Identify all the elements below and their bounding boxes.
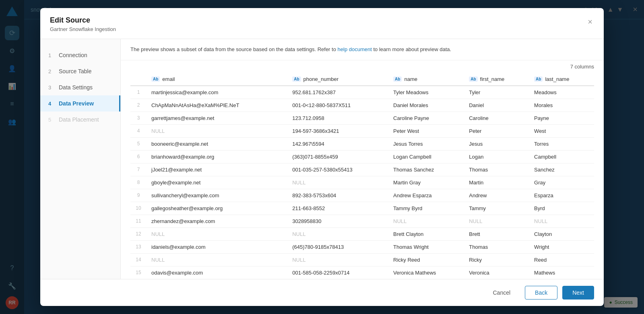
table-cell: Thomas — [464, 240, 529, 253]
table-cell: Logan Campbell — [388, 150, 464, 163]
table-cell: Byrd — [529, 202, 594, 215]
table-cell: Daniel Morales — [388, 99, 464, 112]
table-cell: Martin — [464, 176, 529, 189]
step-num-3: 3 — [48, 85, 54, 91]
table-cell: NULL — [388, 215, 464, 227]
table-body: 1martinjessica@example.com952.681.1762x3… — [130, 86, 594, 279]
col-type-firstname: Ab — [469, 76, 477, 82]
table-cell: zhernandez@example.com — [147, 215, 287, 227]
table-cell: Andrew — [464, 189, 529, 202]
table-cell: 194-597-3686x3421 — [287, 124, 388, 137]
table-header: Ab email Ab phone_number — [130, 73, 594, 86]
table-cell: ChApMaNnAtAsHa@eXaM%PlE.NeT — [147, 99, 287, 112]
table-cell: NULL — [287, 227, 388, 240]
table-cell: NULL — [147, 124, 287, 137]
table-cell: (645)780-9185x78413 — [287, 240, 388, 253]
table-cell: NULL — [464, 215, 529, 227]
back-button[interactable]: Back — [525, 286, 557, 300]
row-num-cell: 3 — [130, 112, 147, 124]
table-cell: Tyler Meadows — [388, 86, 464, 99]
step-label-source-table: Source Table — [59, 68, 91, 74]
modal-subtitle: Gartner Snowflake Ingestion — [50, 26, 594, 32]
col-name-name: name — [404, 76, 417, 82]
col-name-email: email — [162, 76, 175, 82]
table-cell: (363)071-8855x459 — [287, 150, 388, 163]
row-num-header — [130, 73, 147, 86]
modal-body: 1 Connection 2 Source Table 3 Data Setti… — [40, 39, 604, 279]
table-cell: Torres — [529, 137, 594, 150]
row-num-cell: 2 — [130, 99, 147, 112]
step-label-data-preview: Data Preview — [59, 100, 94, 107]
row-num-cell: 15 — [130, 266, 147, 279]
content-info: The preview shows a subset of data from … — [121, 39, 604, 60]
table-cell: Veronica Mathews — [388, 266, 464, 279]
row-num-cell: 4 — [130, 124, 147, 137]
row-num-cell: 13 — [130, 240, 147, 253]
step-source-table[interactable]: 2 Source Table — [40, 63, 120, 79]
table-cell: Jesus Torres — [388, 137, 464, 150]
table-cell: Campbell — [529, 150, 594, 163]
modal-title: Edit Source — [50, 16, 594, 25]
table-cell: NULL — [147, 227, 287, 240]
table-cell: sullivancheryl@example.com — [147, 189, 287, 202]
table-cell: Tammy — [464, 202, 529, 215]
next-button[interactable]: Next — [562, 286, 594, 300]
steps-panel: 1 Connection 2 Source Table 3 Data Setti… — [40, 39, 121, 279]
modal-close-button[interactable]: × — [584, 16, 596, 27]
cancel-button[interactable]: Cancel — [483, 286, 520, 299]
table-cell: Caroline — [464, 112, 529, 124]
table-row: 13idaniels@example.com(645)780-9185x7841… — [130, 240, 594, 253]
table-cell: Tyler — [464, 86, 529, 99]
info-text-before: The preview shows a subset of data from … — [130, 46, 336, 52]
step-num-1: 1 — [48, 52, 54, 58]
table-cell: 001-0<12-880-5837X511 — [287, 99, 388, 112]
data-table-wrapper[interactable]: Ab email Ab phone_number — [121, 73, 604, 279]
row-num-cell: 7 — [130, 163, 147, 176]
col-header-name: Ab name — [388, 73, 464, 86]
table-cell: Morales — [529, 99, 594, 112]
step-connection[interactable]: 1 Connection — [40, 47, 120, 63]
col-type-lastname: Ab — [534, 76, 543, 82]
table-cell: NULL — [147, 253, 287, 266]
table-cell: gallegosheather@example.org — [147, 202, 287, 215]
row-num-cell: 1 — [130, 86, 147, 99]
step-data-preview[interactable]: 4 Data Preview — [40, 95, 120, 112]
col-name-phone: phone_number — [303, 76, 339, 82]
columns-count: 7 columns — [121, 60, 604, 73]
help-document-link[interactable]: help document — [338, 46, 372, 52]
content-panel: The preview shows a subset of data from … — [121, 39, 604, 279]
table-row: 7jJoel21@example.net001-035-257-5380x554… — [130, 163, 594, 176]
data-preview-table: Ab email Ab phone_number — [130, 73, 594, 279]
table-row: 10gallegosheather@example.org211-663-855… — [130, 202, 594, 215]
table-row: 11zhernandez@example.com3028958830NULLNU… — [130, 215, 594, 227]
table-row: 1martinjessica@example.com952.681.1762x3… — [130, 86, 594, 99]
step-num-5: 5 — [48, 117, 54, 123]
table-cell: NULL — [529, 215, 594, 227]
row-num-cell: 14 — [130, 253, 147, 266]
table-cell: Esparza — [529, 189, 594, 202]
step-num-4: 4 — [48, 101, 54, 107]
table-row: 15odavis@example.com001-585-058-2259x071… — [130, 266, 594, 279]
row-num-cell: 8 — [130, 176, 147, 189]
table-row: 4NULL194-597-3686x3421Peter WestPeterWes… — [130, 124, 594, 137]
step-data-settings[interactable]: 3 Data Settings — [40, 79, 120, 95]
table-row: 2ChApMaNnAtAsHa@eXaM%PlE.NeT001-0<12-880… — [130, 99, 594, 112]
row-num-cell: 6 — [130, 150, 147, 163]
col-type-email: Ab — [151, 76, 160, 82]
table-cell: NULL — [287, 253, 388, 266]
table-cell: Wright — [529, 240, 594, 253]
row-num-cell: 11 — [130, 215, 147, 227]
table-row: 5booneeric@example.net142.967\5594Jesus … — [130, 137, 594, 150]
table-row: 12NULLNULLBrett ClaytonBrettClayton — [130, 227, 594, 240]
table-cell: jJoel21@example.net — [147, 163, 287, 176]
col-header-lastname: Ab last_name — [529, 73, 594, 86]
table-cell: Tammy Byrd — [388, 202, 464, 215]
table-cell: Reed — [529, 253, 594, 266]
table-cell: gboyle@example.net — [147, 176, 287, 189]
table-cell: West — [529, 124, 594, 137]
table-cell: Veronica — [464, 266, 529, 279]
table-cell: Thomas Sanchez — [388, 163, 464, 176]
table-cell: Meadows — [529, 86, 594, 99]
table-cell: Logan — [464, 150, 529, 163]
table-cell: odavis@example.com — [147, 266, 287, 279]
